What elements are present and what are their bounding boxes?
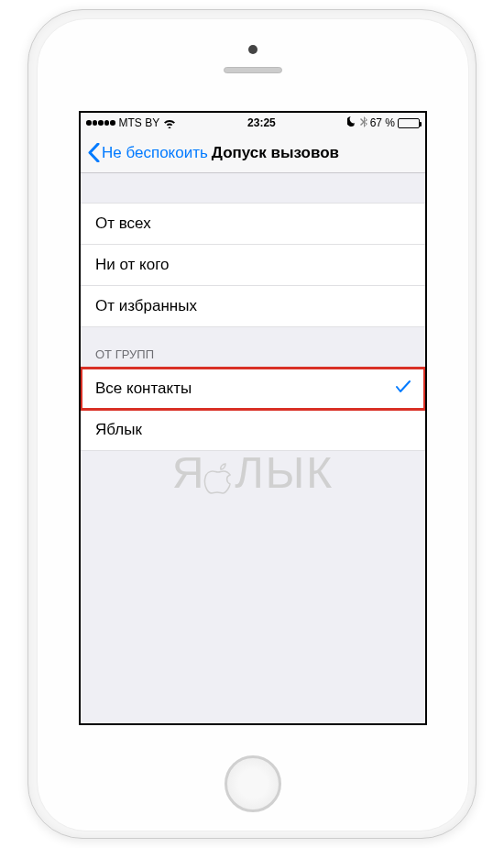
option-yablyk[interactable]: Яблык <box>81 410 425 451</box>
apple-icon <box>203 457 236 495</box>
status-bar: MTS BY 23:25 67 % <box>81 113 425 133</box>
groups-header: ОТ ГРУПП <box>81 327 425 368</box>
signal-icon <box>86 120 115 126</box>
main-group: От всех Ни от кого От избранных <box>81 203 425 327</box>
watermark-right: ЛЫК <box>235 448 334 497</box>
phone-frame: MTS BY 23:25 67 % <box>27 9 477 839</box>
status-left: MTS BY <box>86 116 176 129</box>
phone-body: MTS BY 23:25 67 % <box>37 18 469 831</box>
screen: MTS BY 23:25 67 % <box>79 111 427 725</box>
option-everyone[interactable]: От всех <box>81 203 425 245</box>
content: От всех Ни от кого От избранных ОТ ГРУПП… <box>81 173 425 451</box>
status-time: 23:25 <box>247 116 276 129</box>
cell-label: От всех <box>95 215 151 233</box>
option-all-contacts[interactable]: Все контакты <box>81 368 425 410</box>
back-label: Не беспокоить <box>102 144 208 162</box>
watermark: ЯЛЫК <box>81 447 425 498</box>
nav-bar: Не беспокоить Допуск вызовов <box>81 133 425 173</box>
battery-icon <box>398 118 420 128</box>
cell-label: Яблык <box>95 421 142 439</box>
speaker-grille <box>224 67 282 73</box>
watermark-left: Я <box>172 448 206 497</box>
back-button[interactable]: Не беспокоить <box>88 143 208 162</box>
front-camera <box>248 45 257 54</box>
option-favorites[interactable]: От избранных <box>81 286 425 327</box>
groups-group: Все контакты Яблык <box>81 368 425 451</box>
status-right: 67 % <box>347 116 420 130</box>
moon-icon <box>347 116 357 129</box>
chevron-left-icon <box>88 143 100 162</box>
cell-label: Все контакты <box>95 380 192 398</box>
carrier-label: MTS BY <box>119 116 160 129</box>
page-title: Допуск вызовов <box>212 144 339 162</box>
bluetooth-icon <box>360 116 367 130</box>
home-button[interactable] <box>225 755 281 812</box>
check-icon <box>396 380 411 398</box>
cell-label: Ни от кого <box>95 256 169 274</box>
wifi-icon <box>163 118 176 128</box>
option-no-one[interactable]: Ни от кого <box>81 245 425 286</box>
cell-label: От избранных <box>95 297 197 315</box>
battery-percent: 67 % <box>370 116 395 129</box>
